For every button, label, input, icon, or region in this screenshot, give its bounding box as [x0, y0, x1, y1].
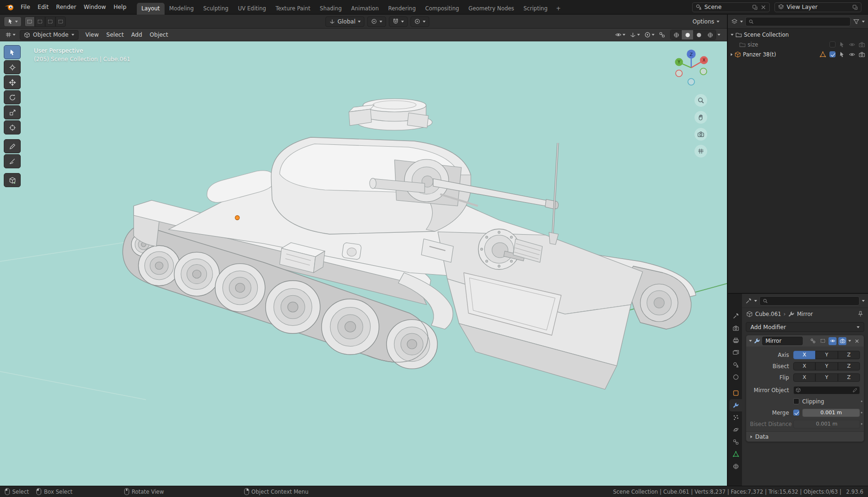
selectable-icon[interactable] [839, 51, 845, 58]
zoom-button[interactable] [694, 94, 707, 107]
bisect-z-button[interactable]: Z [838, 362, 860, 371]
workspace-tab-uv-editing[interactable]: UV Editing [233, 3, 271, 15]
menu-help[interactable]: Help [110, 2, 130, 12]
tool-select-box[interactable] [4, 45, 21, 59]
modifier-name-field[interactable]: Mirror [762, 337, 803, 345]
tool-transform[interactable] [4, 120, 21, 134]
properties-search[interactable] [759, 296, 860, 306]
gizmo-axis-x[interactable]: X [700, 56, 708, 64]
view-layer-selector[interactable]: View Layer [774, 2, 861, 12]
select-mode-new[interactable] [24, 16, 35, 27]
new-view-layer-icon[interactable] [852, 4, 858, 10]
snap-toggle[interactable] [389, 16, 408, 27]
toggle-render-display[interactable] [838, 337, 846, 345]
tool-add-cube[interactable] [4, 173, 21, 187]
outliner-editor-icon[interactable] [731, 18, 738, 25]
outliner-row-size[interactable]: size [728, 39, 868, 49]
object-visibility-dropdown[interactable] [614, 30, 627, 39]
bisect-y-button[interactable]: Y [815, 362, 837, 371]
axis-x-button[interactable]: X [793, 351, 815, 359]
tab-view-layer[interactable] [729, 347, 742, 359]
tool-scale[interactable] [4, 105, 21, 119]
tab-constraints[interactable] [729, 436, 742, 448]
exclude-checkbox[interactable] [829, 51, 836, 57]
shading-wireframe-button[interactable] [671, 30, 682, 39]
workspace-tab-layout[interactable]: Layout [137, 3, 165, 15]
show-overlays-dropdown[interactable] [643, 30, 656, 39]
workspace-tab-texture-paint[interactable]: Texture Paint [271, 3, 315, 15]
animate-dot[interactable] [861, 401, 862, 402]
active-tool-dropdown[interactable] [4, 16, 22, 27]
add-workspace-button[interactable]: + [552, 3, 564, 15]
tab-object-data[interactable] [729, 448, 742, 460]
outliner-row-scene-collection[interactable]: Scene Collection [728, 30, 868, 39]
exclude-checkbox[interactable] [829, 41, 836, 47]
proportional-edit-dropdown[interactable] [410, 16, 429, 27]
tab-particles[interactable] [729, 411, 742, 424]
axis-z-button[interactable]: Z [838, 351, 860, 359]
gizmo-axis-z-neg[interactable] [688, 79, 694, 85]
gizmo-axis-z[interactable]: Z [687, 50, 696, 59]
xray-toggle[interactable] [657, 30, 667, 39]
modifier-extras-dropdown[interactable] [848, 340, 851, 342]
eyedropper-icon[interactable] [852, 387, 858, 393]
viewport-canvas[interactable] [0, 41, 727, 486]
outliner-item-label[interactable]: size [748, 41, 758, 48]
axis-y-button[interactable]: Y [815, 351, 837, 359]
properties-options-dropdown[interactable] [862, 300, 865, 302]
tab-render[interactable] [729, 322, 742, 334]
properties-search-input[interactable] [770, 298, 856, 304]
hide-eye-icon[interactable] [849, 51, 855, 58]
toggle-edit-mode-cage[interactable] [809, 337, 817, 345]
merge-threshold-field[interactable]: 0.001 m [802, 409, 860, 417]
select-mode-subtract[interactable] [45, 16, 55, 27]
breadcrumb-object[interactable]: Cube.061 [755, 311, 781, 317]
modifier-panel-header[interactable]: Mirror [746, 335, 864, 347]
flip-y-button[interactable]: Y [815, 373, 837, 382]
tab-world[interactable] [729, 371, 742, 383]
gizmo-axis-x-neg[interactable] [676, 70, 682, 77]
outliner-search-input[interactable] [756, 19, 847, 24]
menu-edit[interactable]: Edit [34, 2, 52, 12]
tab-object[interactable] [729, 387, 742, 399]
render-visibility-icon[interactable] [859, 51, 865, 58]
workspace-tab-shading[interactable]: Shading [315, 3, 347, 15]
blender-logo-icon[interactable] [4, 3, 15, 11]
outliner-item-label[interactable]: Scene Collection [744, 32, 789, 38]
mirror-object-field[interactable] [793, 386, 860, 394]
scene-name[interactable]: Scene [704, 4, 722, 10]
animate-dot[interactable] [861, 423, 862, 425]
tool-move[interactable] [4, 75, 21, 89]
filter-dropdown[interactable] [862, 21, 865, 23]
select-mode-invert[interactable] [55, 16, 66, 27]
tab-scene[interactable] [729, 359, 742, 371]
add-modifier-button[interactable]: Add Modifier [746, 322, 864, 332]
workspace-tab-rendering[interactable]: Rendering [383, 3, 420, 15]
outliner-search[interactable] [745, 17, 851, 26]
disclosure-closed-icon[interactable] [731, 53, 733, 56]
menu-window[interactable]: Window [80, 2, 110, 12]
toggle-realtime-display[interactable] [829, 337, 836, 345]
bisect-distance-field[interactable]: 0.001 m [793, 420, 860, 428]
gizmo-axis-y-neg[interactable] [700, 68, 707, 75]
navigation-gizmo[interactable]: Z X Y [670, 46, 713, 89]
workspace-tab-scripting[interactable]: Scripting [519, 3, 552, 15]
outliner-item-label[interactable]: Panzer 38(t) [743, 51, 776, 58]
view-layer-name[interactable]: View Layer [787, 4, 818, 10]
tab-modifiers[interactable] [729, 399, 742, 411]
mode-dropdown[interactable]: Object Mode [20, 30, 79, 40]
tool-annotate[interactable] [4, 139, 21, 153]
viewport-menu-view[interactable]: View [82, 30, 102, 39]
tool-cursor[interactable] [4, 60, 21, 74]
selectable-icon[interactable] [839, 41, 845, 48]
shading-solid-button[interactable] [682, 30, 693, 39]
scene-selector[interactable]: Scene [692, 2, 770, 12]
workspace-tab-animation[interactable]: Animation [347, 3, 384, 15]
flip-x-button[interactable]: X [793, 373, 815, 382]
editor-type-dropdown[interactable] [4, 30, 17, 39]
properties-editor-dropdown[interactable] [754, 300, 757, 302]
show-gizmo-dropdown[interactable] [628, 30, 641, 39]
tool-measure[interactable] [4, 154, 21, 168]
object-origin-point[interactable] [235, 216, 239, 220]
camera-view-button[interactable] [694, 128, 707, 141]
